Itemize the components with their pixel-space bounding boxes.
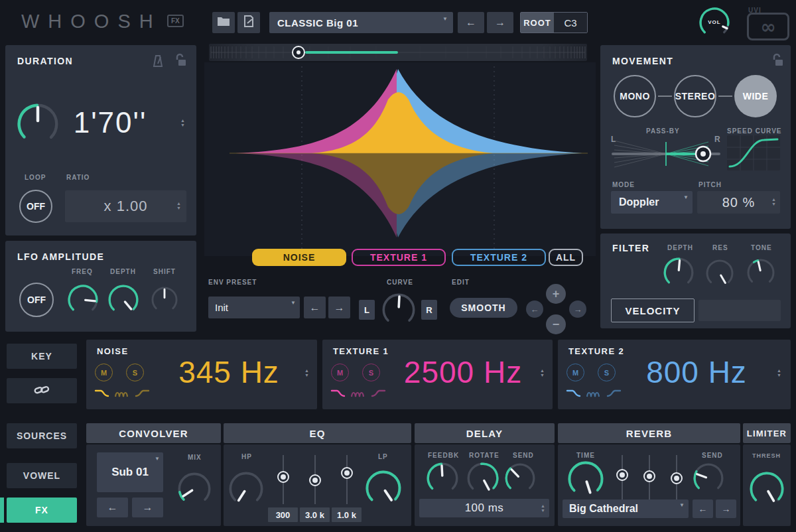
delay-send-knob[interactable] (505, 463, 535, 496)
lfo-off-toggle[interactable]: OFF (19, 283, 54, 317)
filter-res-knob[interactable] (706, 259, 734, 290)
noise-solo-button[interactable]: S (126, 364, 144, 381)
texture2-highpass-icon[interactable] (606, 389, 622, 401)
texture2-mute-button[interactable]: M (566, 364, 584, 381)
texture1-lowpass-icon[interactable] (330, 389, 346, 401)
eq-band1-value[interactable]: 300 (268, 507, 298, 522)
edit-smooth-button[interactable]: SMOOTH (450, 298, 517, 318)
noise-highpass-icon[interactable] (134, 389, 150, 401)
curve-knob[interactable] (382, 293, 415, 329)
reverb-param3-handle[interactable] (671, 472, 683, 484)
reverb-next-button[interactable]: → (716, 499, 736, 518)
pitch-stepper[interactable]: ▲▼ (771, 197, 776, 206)
duration-stepper[interactable]: ▲▼ (180, 118, 185, 127)
texture1-freq-value[interactable]: 2500 Hz (386, 354, 540, 390)
scrubber-handle[interactable] (292, 46, 305, 59)
delay-time-stepper[interactable]: ▲▼ (541, 503, 545, 513)
convolver-next-button[interactable]: → (132, 498, 163, 517)
env-preset-next-button[interactable]: → (328, 297, 350, 318)
filter-velocity-button[interactable]: VELOCITY (611, 299, 695, 322)
envelope-display[interactable] (204, 62, 596, 256)
pitch-field[interactable]: 80 % (697, 191, 780, 214)
filter-tone-knob[interactable] (747, 259, 775, 289)
convolver-preset-selector[interactable]: Sub 01 ▼ (97, 452, 163, 492)
reverb-prev-button[interactable]: ← (693, 499, 713, 518)
movement-mono-button[interactable]: MONO (614, 75, 656, 117)
link-button[interactable] (7, 378, 77, 403)
lfo-depth-knob[interactable] (108, 285, 139, 318)
preset-prev-button[interactable]: ← (458, 12, 484, 33)
env-remove-button[interactable]: − (546, 314, 566, 334)
delay-rotate-knob[interactable] (467, 462, 499, 497)
position-scrubber[interactable] (209, 44, 587, 61)
key-button[interactable]: KEY (7, 344, 77, 369)
texture1-mute-button[interactable]: M (331, 364, 349, 381)
noise-lowpass-icon[interactable] (94, 389, 110, 401)
sources-tab[interactable]: SOURCES (7, 423, 77, 448)
delay-time-field[interactable]: 100 ms (419, 499, 549, 517)
noise-mute-button[interactable]: M (95, 364, 113, 381)
filter-velocity-slider[interactable] (698, 300, 781, 321)
texture2-solo-button[interactable]: S (598, 364, 616, 381)
duration-value[interactable]: 1'70'' (53, 106, 167, 139)
fx-tab[interactable]: FX (7, 498, 77, 523)
ratio-stepper[interactable]: ▲▼ (176, 201, 181, 210)
root-note-control[interactable]: ROOT C3 (520, 12, 588, 33)
eq-band2-value[interactable]: 3.0 k (300, 507, 330, 522)
convolver-prev-button[interactable]: ← (97, 498, 128, 517)
preset-selector[interactable]: CLASSIC Big 01 ▼ (269, 12, 453, 33)
eq-band2-handle[interactable] (309, 474, 321, 486)
lfo-freq-knob[interactable] (68, 285, 98, 318)
speed-curve-graph[interactable] (727, 135, 780, 170)
eq-hp-knob[interactable] (229, 472, 263, 509)
noise-freq-stepper[interactable]: ▲▼ (304, 368, 309, 377)
duration-knob[interactable] (17, 103, 58, 147)
reverb-time-knob[interactable] (568, 461, 604, 499)
preset-next-button[interactable]: → (487, 12, 513, 33)
vowel-tab[interactable]: VOWEL (7, 463, 77, 488)
movement-wide-button[interactable]: WIDE (734, 75, 777, 117)
env-shift-right-button[interactable]: → (569, 300, 586, 318)
texture1-highpass-icon[interactable] (370, 389, 386, 401)
tab-texture1[interactable]: TEXTURE 1 (352, 249, 446, 266)
metronome-icon[interactable] (151, 54, 165, 70)
texture2-lowpass-icon[interactable] (566, 389, 582, 401)
env-preset-prev-button[interactable]: ← (304, 297, 326, 318)
eq-band3-value[interactable]: 1.0 k (332, 507, 362, 522)
tab-noise[interactable]: NOISE (252, 249, 346, 266)
open-preset-button[interactable] (212, 12, 235, 33)
tab-all[interactable]: ALL (549, 249, 583, 266)
lfo-shift-knob[interactable] (151, 287, 178, 316)
curve-left-button[interactable]: L (359, 300, 375, 320)
eq-band3-slider[interactable] (346, 455, 348, 504)
reverb-preset-selector[interactable]: Big Cathedral ▼ (563, 499, 689, 518)
reverb-param2-handle[interactable] (643, 470, 655, 482)
eq-band1-handle[interactable] (277, 471, 289, 483)
tab-texture2[interactable]: TEXTURE 2 (452, 249, 546, 266)
noise-freq-value[interactable]: 345 Hz (159, 354, 298, 390)
env-preset-selector[interactable]: Init ▼ (208, 297, 300, 318)
movement-stereo-button[interactable]: STEREO (674, 75, 716, 117)
movement-lock-icon[interactable] (769, 53, 784, 70)
noise-comb-icon[interactable] (114, 389, 130, 401)
texture1-solo-button[interactable]: S (362, 364, 380, 381)
reverb-param1-handle[interactable] (616, 469, 628, 481)
filter-depth-knob[interactable] (663, 257, 694, 291)
convolver-mix-knob[interactable] (178, 472, 211, 508)
texture2-freq-value[interactable]: 800 Hz (620, 354, 773, 390)
eq-lp-knob[interactable] (365, 470, 401, 509)
texture2-comb-icon[interactable] (586, 389, 602, 401)
env-shift-left-button[interactable]: ← (526, 300, 543, 318)
ratio-field[interactable]: x 1.00 (65, 190, 186, 222)
passby-slider[interactable] (609, 137, 723, 171)
edit-preset-button[interactable] (237, 12, 260, 33)
curve-right-button[interactable]: R (421, 300, 437, 320)
mode-selector[interactable]: Doppler ▼ (611, 191, 693, 214)
texture2-freq-stepper[interactable]: ▲▼ (777, 368, 781, 377)
duration-lock-icon[interactable] (172, 53, 187, 70)
root-value[interactable]: C3 (554, 13, 587, 33)
limiter-thresh-knob[interactable] (750, 472, 784, 509)
env-add-button[interactable]: + (546, 284, 566, 304)
texture1-freq-stepper[interactable]: ▲▼ (540, 368, 545, 377)
reverb-send-knob[interactable] (693, 463, 724, 496)
